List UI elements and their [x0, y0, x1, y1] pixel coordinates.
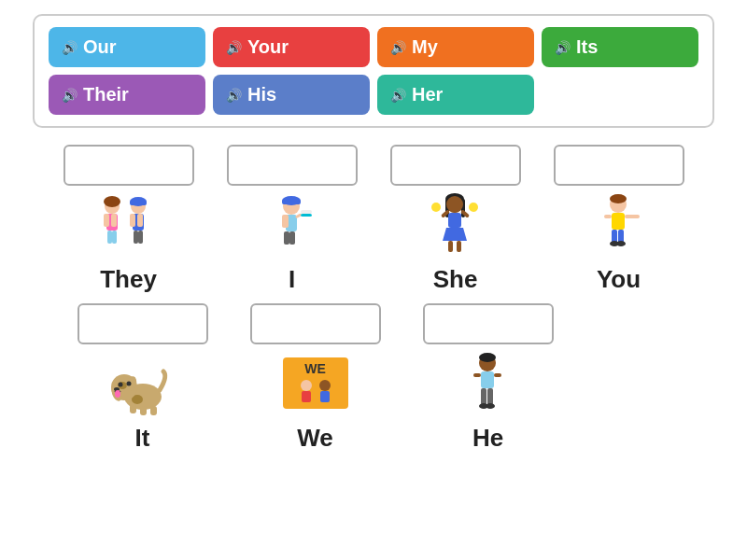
speaker-icon-my: 🔊 [390, 40, 406, 55]
label-he: He [472, 424, 503, 453]
we-kids-svg [292, 378, 339, 406]
btn-his[interactable]: 🔊 His [213, 75, 370, 115]
btn-my[interactable]: 🔊 My [377, 27, 534, 67]
label-she: She [433, 265, 478, 294]
match-item-he: He [416, 303, 560, 453]
speaker-icon-our: 🔊 [62, 40, 78, 55]
char-they-svg [93, 189, 163, 259]
btn-their[interactable]: 🔊 Their [49, 75, 205, 115]
svg-rect-17 [282, 200, 301, 204]
word-bank: 🔊 Our 🔊 Your 🔊 My 🔊 Its 🔊 Their 🔊 His 🔊 … [33, 14, 714, 128]
svg-rect-59 [150, 406, 157, 415]
svg-rect-57 [130, 404, 136, 413]
match-item-i: I [219, 145, 364, 294]
btn-her[interactable]: 🔊 Her [377, 75, 534, 115]
svg-rect-19 [282, 215, 289, 228]
svg-rect-69 [481, 388, 486, 405]
svg-point-37 [469, 203, 478, 212]
svg-rect-21 [301, 210, 312, 214]
svg-point-72 [486, 403, 495, 409]
svg-rect-9 [130, 214, 135, 227]
svg-rect-23 [284, 231, 289, 245]
char-she-svg [420, 189, 490, 259]
speaker-icon-his: 🔊 [226, 88, 242, 103]
svg-rect-42 [604, 215, 612, 218]
svg-point-53 [119, 383, 123, 387]
match-row-2: It WE We [33, 303, 714, 453]
btn-its[interactable]: 🔊 Its [542, 27, 698, 67]
match-item-they: They [56, 145, 201, 294]
label-it: It [135, 424, 150, 453]
figure-we: WE [280, 348, 350, 418]
figure-they [93, 189, 163, 259]
match-item-it: It [70, 303, 215, 453]
svg-point-60 [301, 380, 312, 391]
char-i-svg [257, 189, 327, 259]
match-item-she: She [383, 145, 528, 294]
svg-rect-5 [112, 231, 117, 244]
match-section: They [33, 145, 714, 453]
svg-point-46 [616, 241, 626, 246]
btn-your[interactable]: 🔊 Your [213, 27, 370, 67]
figure-it [107, 348, 177, 418]
svg-rect-35 [457, 241, 461, 252]
speaker-icon-its: 🔊 [555, 40, 571, 55]
speaker-icon-their: 🔊 [62, 88, 78, 103]
char-you-svg [584, 189, 654, 259]
svg-rect-14 [130, 201, 147, 205]
char-it-svg [107, 348, 177, 418]
svg-rect-41 [625, 215, 640, 218]
svg-rect-3 [111, 214, 117, 227]
drop-box-they[interactable] [63, 145, 194, 186]
svg-rect-67 [473, 373, 481, 377]
figure-he [453, 348, 523, 418]
drop-box-we[interactable] [250, 303, 381, 344]
svg-point-36 [431, 203, 441, 212]
svg-rect-63 [320, 391, 330, 402]
drop-box-you[interactable] [554, 145, 684, 186]
svg-rect-70 [487, 388, 493, 405]
svg-rect-66 [481, 371, 494, 388]
svg-rect-22 [301, 214, 312, 217]
svg-marker-31 [443, 228, 467, 241]
figure-you [584, 189, 654, 259]
match-item-you: You [546, 145, 691, 294]
svg-point-56 [115, 390, 120, 398]
speaker-icon-her: 🔊 [390, 88, 406, 103]
svg-rect-12 [138, 231, 143, 244]
drop-box-she[interactable] [390, 145, 521, 186]
svg-point-65 [479, 353, 496, 362]
svg-point-29 [446, 196, 463, 213]
svg-rect-4 [107, 231, 112, 244]
drop-box-he[interactable] [423, 303, 554, 344]
svg-rect-2 [104, 214, 109, 227]
drop-box-it[interactable] [78, 303, 208, 344]
svg-rect-40 [612, 213, 625, 230]
svg-rect-30 [448, 213, 461, 228]
svg-rect-11 [134, 231, 138, 244]
btn-our[interactable]: 🔊 Our [49, 27, 205, 67]
svg-rect-10 [137, 214, 143, 227]
we-box: WE [283, 357, 348, 409]
label-they: They [100, 265, 157, 294]
match-row-1: They [33, 145, 714, 294]
svg-point-39 [610, 194, 627, 203]
svg-point-6 [104, 196, 120, 207]
char-he-svg [453, 348, 523, 418]
svg-rect-24 [289, 231, 295, 245]
svg-rect-61 [302, 391, 311, 402]
svg-point-54 [127, 382, 132, 386]
figure-i [257, 189, 327, 259]
svg-rect-68 [494, 373, 501, 377]
svg-point-62 [319, 380, 331, 391]
speaker-icon-your: 🔊 [226, 40, 242, 55]
drop-box-i[interactable] [227, 145, 358, 186]
figure-she [420, 189, 490, 259]
label-i: I [289, 265, 295, 294]
match-item-we: WE We [243, 303, 388, 453]
label-you: You [597, 265, 641, 294]
svg-rect-34 [448, 241, 453, 252]
label-we: We [297, 424, 333, 453]
svg-rect-58 [140, 406, 147, 415]
